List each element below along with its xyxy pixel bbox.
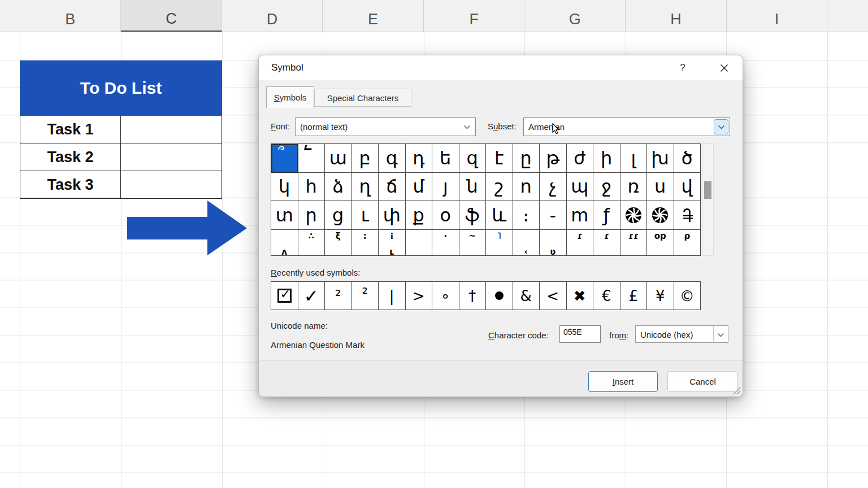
chevron-down-icon[interactable] — [458, 118, 475, 136]
symbol-cell[interactable]: օ — [432, 201, 459, 230]
symbol-cell[interactable]: · — [432, 230, 459, 256]
recent-symbol-cell[interactable]: ✓ — [298, 282, 326, 310]
symbol-cell[interactable]: բ — [352, 144, 379, 173]
symbol-cell[interactable] — [674, 201, 701, 230]
character-code-input[interactable]: 055E — [559, 325, 601, 343]
symbol-cell[interactable]: տ — [271, 201, 298, 230]
recent-symbol-cell[interactable]: & — [513, 282, 540, 310]
symbol-cell[interactable]: խ — [647, 144, 674, 173]
symbol-cell[interactable]: ն — [459, 173, 487, 202]
symbol-cell[interactable]: ⁝ʟ — [379, 230, 406, 256]
symbol-cell[interactable]: ~ — [459, 230, 487, 256]
recent-symbol-cell[interactable]: € — [593, 282, 620, 310]
recent-symbol-cell[interactable]: ✓ — [271, 282, 298, 310]
cancel-button[interactable]: Cancel — [667, 371, 738, 392]
recent-symbol-cell[interactable]: † — [459, 282, 487, 310]
scrollbar-thumb[interactable] — [704, 181, 711, 199]
symbol-cell[interactable]: կ — [271, 173, 298, 202]
recent-symbol-cell[interactable]: ¥ — [647, 282, 674, 310]
symbol-cell[interactable] — [620, 201, 648, 230]
symbol-cell[interactable]: ֊ — [540, 201, 567, 230]
dialog-titlebar[interactable]: Symbol ? — [259, 55, 743, 80]
symbol-cell[interactable]: ս — [647, 173, 674, 202]
symbol-cell[interactable]: ƒ — [593, 201, 620, 230]
symbol-cell[interactable]: փ — [379, 201, 406, 230]
recent-symbol-cell[interactable]: < — [540, 282, 567, 310]
symbol-cell[interactable]: վ — [674, 173, 701, 202]
tab-special-characters[interactable]: Special Characters — [314, 89, 411, 107]
recent-symbol-cell[interactable]: ² — [352, 282, 379, 310]
close-button[interactable] — [715, 55, 732, 80]
symbol-cell[interactable]: պ — [567, 173, 594, 202]
symbol-cell[interactable]: է — [486, 144, 513, 173]
chevron-down-icon[interactable] — [714, 119, 728, 134]
symbol-cell[interactable]: ՞ — [271, 144, 298, 173]
recent-symbol-cell[interactable]: © — [674, 282, 701, 310]
from-combobox[interactable]: Unicode (hex) — [635, 325, 728, 343]
recent-symbol-cell[interactable]: ² — [325, 282, 352, 310]
column-header-H[interactable]: H — [626, 0, 727, 32]
symbol-cell[interactable]: դ — [406, 144, 433, 173]
symbol-cell[interactable]: m — [567, 201, 594, 230]
recent-symbol-cell[interactable]: > — [406, 282, 433, 310]
symbol-cell[interactable]: ը — [513, 144, 540, 173]
symbol-cell[interactable]: ɾ — [567, 230, 594, 256]
symbol-cell[interactable]: չ — [540, 173, 567, 202]
help-button[interactable]: ? — [674, 55, 691, 80]
tab-symbols[interactable]: Symbols — [266, 86, 314, 108]
symbol-cell[interactable]: ˥ — [486, 230, 513, 256]
symbol-cell[interactable]: ծ — [674, 144, 701, 173]
symbol-cell[interactable]: ո — [513, 173, 540, 202]
symbol-cell[interactable] — [647, 201, 674, 230]
symbol-cell[interactable]: ‹ — [513, 230, 540, 256]
symbol-cell[interactable]: գ — [379, 144, 406, 173]
symbol-cell[interactable]: թ — [540, 144, 567, 173]
symbol-cell[interactable]: ք — [406, 201, 433, 230]
symbol-cell[interactable]: ի — [593, 144, 620, 173]
grid-scrollbar[interactable] — [702, 143, 714, 256]
symbol-cell[interactable]: ղ — [352, 173, 379, 202]
symbol-cell[interactable]: շ — [486, 173, 513, 202]
column-header-F[interactable]: F — [424, 0, 525, 32]
symbol-cell[interactable]: ʌ — [271, 230, 298, 256]
symbol-cell[interactable]: ∴ — [298, 230, 326, 256]
resize-grip[interactable] — [732, 386, 741, 395]
chevron-down-icon[interactable] — [713, 326, 728, 343]
column-header-I[interactable]: I — [727, 0, 828, 32]
symbol-cell[interactable]: ռ — [620, 173, 648, 202]
column-header-E[interactable]: E — [323, 0, 424, 32]
symbol-cell[interactable]: ժ — [567, 144, 594, 173]
symbol-cell[interactable]: զ — [459, 144, 487, 173]
symbol-cell[interactable]: լ — [620, 144, 648, 173]
symbol-cell[interactable]: հ — [298, 173, 326, 202]
symbol-cell[interactable]: ե — [432, 144, 459, 173]
symbol-cell[interactable]: ճ — [379, 173, 406, 202]
symbol-cell[interactable]: ξ — [325, 230, 352, 256]
symbol-cell[interactable]: ձ — [325, 173, 352, 202]
column-header-G[interactable]: G — [525, 0, 626, 32]
symbol-cell[interactable]: ρ — [674, 230, 701, 256]
symbol-cell[interactable]: և — [486, 201, 513, 230]
symbol-cell[interactable]: ɾɾ — [620, 230, 648, 256]
symbol-cell[interactable]: : — [352, 230, 379, 256]
symbol-cell[interactable]: ֆ — [459, 201, 487, 230]
insert-button[interactable]: Insert — [588, 371, 658, 392]
symbol-cell[interactable]: յ — [432, 173, 459, 202]
symbol-cell[interactable]: ր — [298, 201, 326, 230]
symbol-cell[interactable]: ʋ — [540, 230, 567, 256]
symbol-cell[interactable] — [406, 230, 433, 256]
symbol-cell[interactable]: ։ — [513, 201, 540, 230]
symbol-cell[interactable]: մ — [406, 173, 433, 202]
symbol-cell[interactable]: ɾ — [593, 230, 620, 256]
recent-symbol-cell[interactable]: ✖ — [567, 282, 594, 310]
recent-symbol-cell[interactable]: | — [379, 282, 406, 310]
recent-symbol-cell[interactable] — [486, 282, 513, 310]
symbol-cell[interactable]: ւ — [352, 201, 379, 230]
symbol-cell[interactable]: op — [647, 230, 674, 256]
recent-symbol-cell[interactable]: ∘ — [432, 282, 459, 310]
font-combobox[interactable]: (normal text) — [295, 117, 476, 136]
symbol-cell[interactable]: ջ — [593, 173, 620, 202]
symbol-cell[interactable]: ց — [325, 201, 352, 230]
recent-symbol-cell[interactable]: £ — [620, 282, 648, 310]
symbol-cell[interactable]: ՟ — [298, 144, 326, 173]
